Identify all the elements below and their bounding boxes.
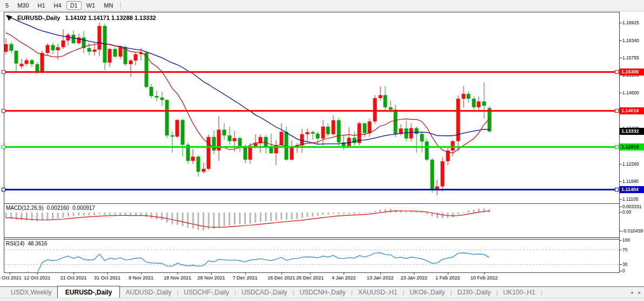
macd-label: MACD(12,26,9) bbox=[6, 205, 43, 211]
tab-scroll-left-icon[interactable]: ◂ bbox=[630, 290, 633, 295]
tf-button-mn[interactable]: MN bbox=[100, 1, 117, 10]
hline-right-handle[interactable] bbox=[615, 188, 619, 191]
chart-frame-right-border bbox=[619, 12, 620, 273]
price-badge: 1.14016 bbox=[620, 107, 644, 114]
hline-left-handle[interactable] bbox=[2, 70, 5, 74]
tab-audusd-daily[interactable]: AUDUSD-,Daily bbox=[120, 289, 177, 296]
price-badge: 1.11404 bbox=[620, 186, 644, 193]
price-tick-label: 1.16340 bbox=[622, 38, 639, 43]
macd-value-signal: 0.000917 bbox=[72, 205, 95, 211]
macd-axis-label: -0.010439 bbox=[622, 228, 643, 234]
tf-button-m30[interactable]: M30 bbox=[14, 1, 32, 10]
mt4-window: 5M30H1H4D1W1MN EURUSD-,Daily 1.14102 1.1… bbox=[0, 0, 644, 301]
hline-left-handle[interactable] bbox=[2, 188, 5, 191]
rsi-axis-label: 70 bbox=[622, 247, 627, 252]
hline-left-handle[interactable] bbox=[2, 109, 5, 113]
tab-usdcnh-daily[interactable]: USDCNH-,Daily bbox=[294, 289, 351, 296]
rsi-axis-label: 0 bbox=[622, 268, 625, 273]
price-badge: 1.13332 bbox=[620, 128, 644, 135]
chart-frame-hborder bbox=[4, 237, 620, 238]
chart-symbol-period: EURUSD-,Daily bbox=[17, 15, 60, 21]
tab-eurusd-daily[interactable]: EURUSD-,Daily bbox=[57, 286, 120, 298]
hline-right-handle[interactable] bbox=[615, 145, 619, 149]
rsi-tick-mark bbox=[620, 271, 622, 271]
tab-xauusd-h1[interactable]: XAUUSD-,H1 bbox=[353, 289, 403, 296]
date-tick-label: 9 Nov 2021 bbox=[129, 275, 153, 281]
rsi-label: RSI(14) bbox=[6, 241, 24, 247]
date-tick-label: 16 Dec 2021 bbox=[267, 275, 295, 281]
price-chart-canvas[interactable] bbox=[4, 12, 620, 273]
horizontal-line-1.14016[interactable] bbox=[4, 110, 619, 112]
date-tick-label: 23 Jan 2022 bbox=[400, 275, 427, 281]
tf-button-h4[interactable]: H4 bbox=[50, 1, 65, 10]
rsi-label-row: RSI(14) 48.3616 bbox=[6, 241, 48, 247]
hline-right-handle[interactable] bbox=[615, 109, 619, 113]
date-tick-label: 21 Oct 2021 bbox=[61, 275, 87, 281]
date-tick-label: 28 Nov 2021 bbox=[197, 275, 225, 281]
chart-frame-hborder bbox=[4, 272, 620, 273]
price-tick-label: 1.16925 bbox=[622, 20, 639, 25]
tab-separator: | bbox=[541, 289, 542, 296]
tf-button-d1[interactable]: D1 bbox=[66, 1, 82, 10]
horizontal-line-1.15300[interactable] bbox=[4, 71, 619, 73]
price-badge: 1.15300 bbox=[620, 69, 644, 76]
date-tick-label: 10 Feb 2022 bbox=[471, 275, 498, 281]
tf-button-5[interactable]: 5 bbox=[2, 1, 12, 10]
rsi-tick-mark bbox=[620, 250, 622, 250]
date-tick-label: 4 Jan 2022 bbox=[332, 275, 356, 281]
price-tick-label: 1.14600 bbox=[622, 90, 639, 95]
date-tick-label: 3 Oct 2021 bbox=[0, 275, 22, 281]
chart-frame-hborder bbox=[4, 203, 620, 204]
horizontal-line-1.11404[interactable] bbox=[4, 189, 619, 190]
chart-ohlc-values: 1.14102 1.14171 1.13288 1.13332 bbox=[65, 15, 156, 21]
macd-tick-mark bbox=[620, 207, 622, 207]
rsi-axis-label: 30 bbox=[622, 262, 627, 267]
tf-button-w1[interactable]: W1 bbox=[83, 1, 99, 10]
tf-button-h1[interactable]: H1 bbox=[34, 1, 49, 10]
macd-axis-label: 0.003331 bbox=[622, 204, 641, 209]
tab-uk100-h1[interactable]: UK100-,H1 bbox=[498, 289, 540, 296]
price-tick-mark bbox=[620, 23, 622, 23]
macd-value-main: 0.002160 bbox=[46, 205, 69, 211]
price-tick-mark bbox=[620, 164, 622, 165]
tab-usdcad-daily[interactable]: USDCAD-,Daily bbox=[236, 289, 293, 296]
rsi-tick-mark bbox=[620, 240, 622, 241]
tab-scroll-arrows: ◂▸ bbox=[630, 290, 641, 295]
date-tick-label: 13 Jan 2022 bbox=[367, 275, 394, 281]
date-tick-label: 12 Oct 2021 bbox=[24, 275, 50, 281]
horizontal-line-1.12816[interactable] bbox=[4, 146, 619, 148]
macd-axis-label: 0.00 bbox=[622, 209, 632, 215]
date-tick-label: 31 Oct 2021 bbox=[94, 275, 120, 281]
chart-title: EURUSD-,Daily 1.14102 1.14171 1.13288 1.… bbox=[6, 15, 156, 21]
chart-frame-hborder bbox=[4, 12, 620, 12]
status-strip bbox=[0, 298, 644, 301]
chart-frame-left-border bbox=[4, 12, 4, 273]
toolbar-separator bbox=[120, 2, 121, 9]
date-tick-label: 26 Dec 2021 bbox=[296, 275, 324, 281]
rsi-tick-mark bbox=[620, 264, 622, 265]
tab-dj30-daily[interactable]: DJ30-,Daily bbox=[452, 289, 496, 296]
symbol-tabbar: USDX,WeeklyEURUSD-,DailyAUDUSD-,Daily|US… bbox=[0, 286, 644, 298]
rsi-value: 48.3616 bbox=[28, 241, 47, 247]
price-tick-mark bbox=[620, 40, 622, 41]
price-badge: 1.12816 bbox=[620, 143, 644, 150]
hline-left-handle[interactable] bbox=[2, 145, 5, 149]
tab-scroll-right-icon[interactable]: ▸ bbox=[638, 290, 641, 295]
price-tick-label: 1.11105 bbox=[622, 196, 638, 202]
timeframe-toolbar: 5M30H1H4D1W1MN bbox=[0, 0, 644, 11]
price-tick-label: 1.15755 bbox=[622, 55, 639, 60]
rsi-axis-label: 100 bbox=[622, 237, 630, 243]
price-tick-label: 1.11690 bbox=[622, 179, 639, 184]
macd-tick-mark bbox=[620, 212, 622, 213]
price-tick-label: 1.12260 bbox=[622, 161, 639, 167]
price-tick-mark bbox=[620, 75, 622, 76]
price-tick-mark bbox=[620, 93, 622, 93]
price-tick-mark bbox=[620, 199, 622, 200]
tab-ukoil-daily[interactable]: UKOil-,Daily bbox=[404, 289, 450, 296]
tab-usdchf-daily[interactable]: USDCHF-,Daily bbox=[178, 289, 234, 296]
date-tick-label: 7 Dec 2021 bbox=[232, 275, 257, 281]
macd-label-row: MACD(12,26,9) 0.002160 0.000917 bbox=[6, 205, 95, 211]
hline-right-handle[interactable] bbox=[615, 70, 619, 74]
tab-usdx-weekly[interactable]: USDX,Weekly bbox=[5, 289, 57, 296]
price-tick-mark bbox=[620, 181, 622, 182]
